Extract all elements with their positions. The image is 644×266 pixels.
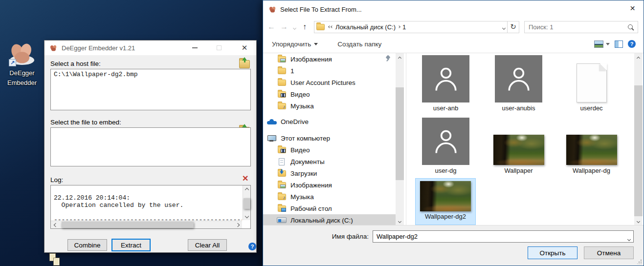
embed-file-field[interactable] <box>50 127 251 166</box>
filename-dropdown-icon[interactable] <box>628 235 630 242</box>
folder-music-icon: ♪ <box>278 194 286 200</box>
breadcrumb-separator-icon <box>398 25 400 28</box>
cancel-button[interactable]: Отмена <box>584 246 634 259</box>
forward-icon[interactable]: → <box>278 22 290 31</box>
dialog-close-button[interactable]: ✕ <box>622 0 644 16</box>
host-file-field[interactable]: C:\1\Wallpaper-dg2.bmp <box>50 69 251 110</box>
view-dropdown-icon <box>606 43 610 45</box>
sidebar-item-pictures[interactable]: Изображения <box>263 179 396 191</box>
clear-log-icon[interactable]: ✕ <box>242 175 248 182</box>
dialog-help-icon[interactable]: ? <box>628 40 636 48</box>
file-item-user-dg[interactable]: user-dg <box>409 117 482 177</box>
sidebar-item-desktop[interactable]: Рабочий стол <box>263 203 396 214</box>
resize-grip[interactable] <box>637 259 642 264</box>
scroll-left-icon[interactable] <box>52 222 58 228</box>
scroll-right-icon[interactable] <box>235 222 241 228</box>
select-file-dialog: Select File To Extract From... ✕ ← → ↑ Л… <box>263 0 644 266</box>
sidebar-item-1[interactable]: 1 <box>263 65 396 77</box>
breadcrumb-collapsed-icon[interactable] <box>329 26 333 28</box>
embedder-help-icon[interactable]: ? <box>248 243 256 250</box>
log-vertical-scrollbar[interactable] <box>243 185 250 220</box>
back-icon[interactable]: ← <box>265 22 278 31</box>
search-input[interactable] <box>525 21 638 33</box>
file-item-user-anubis[interactable]: user-anubis <box>482 54 555 115</box>
combine-button[interactable]: Combine <box>67 239 107 251</box>
address-folder-icon <box>316 24 325 30</box>
navigation-bar: ← → ↑ Локальный диск (C:) 1 ↻ <box>263 19 644 35</box>
breadcrumb-folder[interactable]: 1 <box>402 23 406 31</box>
dialog-main-area: Изображения 1 User Account Pictures Виде… <box>263 53 644 226</box>
preview-pane-icon[interactable] <box>615 41 623 48</box>
file-list-scrollbar[interactable] <box>634 53 643 226</box>
minimize-button[interactable] <box>186 41 203 55</box>
file-item-user-anb[interactable]: user-anb <box>409 54 482 115</box>
sidebar-item-local-disk-c[interactable]: Локальный диск (C:) <box>263 214 396 226</box>
image-thumbnail <box>493 135 544 165</box>
dialog-title-bar[interactable]: Select File To Extract From... ✕ <box>263 0 644 19</box>
deegger-egg-icon <box>49 44 58 52</box>
sidebar-item-music-qa[interactable]: ♪ Музыка <box>263 100 396 112</box>
up-icon[interactable]: ↑ <box>298 22 311 31</box>
maximize-button[interactable] <box>211 41 227 55</box>
change-view-button[interactable] <box>594 41 610 48</box>
embedder-title-bar[interactable]: DeEgger Embedder v1.21 ✕ <box>44 41 256 55</box>
open-host-file-icon[interactable] <box>239 60 250 68</box>
dialog-title: Select File To Extract From... <box>280 6 362 13</box>
sidebar-item-this-pc[interactable]: Этот компьютер <box>263 132 396 144</box>
pane-divider <box>406 53 406 226</box>
shortcut-arrow-icon: ↗ <box>9 59 16 66</box>
sidebar-scrollbar[interactable] <box>396 53 404 226</box>
open-button[interactable]: Открыть <box>528 246 577 259</box>
filename-input[interactable] <box>373 231 633 242</box>
extract-button[interactable]: Extract <box>111 239 151 251</box>
breadcrumb-drive[interactable]: Локальный диск (C:) <box>335 23 396 31</box>
sidebar-item-documents[interactable]: Документы <box>263 156 396 167</box>
dialog-toolbar: Упорядочить Создать папку ? <box>263 35 644 53</box>
sidebar-item-downloads[interactable]: Загрузки <box>263 167 396 179</box>
file-item-wallpaper[interactable]: Wallpaper <box>482 117 555 177</box>
address-dropdown-icon[interactable] <box>503 23 505 31</box>
close-button[interactable]: ✕ <box>236 41 253 55</box>
organize-dropdown-icon <box>314 43 318 45</box>
desktop-icon-deegger[interactable]: ↗ DeEgger Embedder <box>3 41 41 87</box>
sidebar-scroll-thumb[interactable] <box>396 87 404 180</box>
organize-button[interactable]: Упорядочить <box>267 35 323 53</box>
scroll-up-icon[interactable] <box>244 186 250 192</box>
scroll-up-icon[interactable] <box>634 53 643 61</box>
thumbnails-view-icon <box>594 41 603 48</box>
sidebar-item-videos[interactable]: Видео <box>263 144 396 156</box>
filename-combobox[interactable] <box>373 230 634 243</box>
file-item-wallpaper-dg2-selected[interactable]: Wallpaper-dg2 <box>415 178 476 225</box>
combine-files-icon <box>49 253 61 266</box>
folder-desktop-icon <box>278 205 286 212</box>
pin-icon <box>385 56 391 61</box>
log-vscroll-thumb[interactable] <box>244 198 250 209</box>
recent-locations-icon[interactable] <box>290 22 298 31</box>
refresh-icon[interactable]: ↻ <box>508 21 519 33</box>
sidebar-item-music[interactable]: ♪ Музыка <box>263 191 396 203</box>
file-item-userdec[interactable]: userdec <box>555 54 628 115</box>
file-list-scroll-thumb[interactable] <box>634 85 643 216</box>
search-icon[interactable] <box>627 24 634 31</box>
onedrive-icon <box>267 119 277 124</box>
new-folder-button[interactable]: Создать папку <box>333 35 386 53</box>
text-document-icon <box>577 63 607 102</box>
scroll-up-icon[interactable] <box>396 53 404 61</box>
close-icon: ✕ <box>630 4 636 12</box>
clear-all-button[interactable]: Clear All <box>188 239 227 251</box>
folder-video-icon <box>278 91 286 98</box>
scroll-down-icon[interactable] <box>244 214 250 220</box>
search-box[interactable] <box>524 21 638 33</box>
sidebar-item-pictures-qa[interactable]: Изображения <box>263 53 396 65</box>
sidebar-item-onedrive[interactable]: OneDrive <box>263 116 396 127</box>
address-bar[interactable]: Локальный диск (C:) 1 <box>314 21 508 33</box>
sidebar-item-user-account-pictures[interactable]: User Account Pictures <box>263 77 396 88</box>
log-horizontal-scrollbar[interactable] <box>51 221 242 228</box>
log-box: 22.12.2016 20:14:04: Operation cancelled… <box>50 185 251 229</box>
host-file-label: Select a host file: <box>50 60 101 67</box>
file-item-wallpaper-dg[interactable]: Wallpaper-dg <box>555 117 628 177</box>
sidebar-item-videos-qa[interactable]: Видео <box>263 88 396 100</box>
folder-downloads-icon <box>278 170 286 177</box>
log-text[interactable]: 22.12.2016 20:14:04: Operation cancelled… <box>51 185 242 220</box>
log-hscroll-thumb[interactable] <box>62 222 194 228</box>
